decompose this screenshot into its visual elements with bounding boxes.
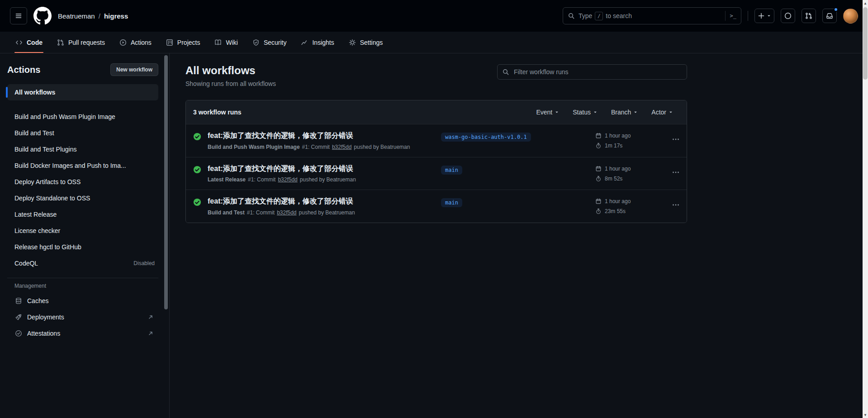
- run-options-kebab-button[interactable]: [663, 131, 679, 143]
- filter-label: Status: [573, 109, 591, 116]
- sidebar-item-all-workflows[interactable]: All workflows: [7, 84, 158, 100]
- notifications-button[interactable]: [822, 9, 837, 23]
- filter-event-dropdown[interactable]: Event: [536, 109, 559, 116]
- success-check-icon: [193, 198, 201, 206]
- sidebar-item-label: Deployments: [27, 314, 64, 321]
- tab-code[interactable]: Code: [10, 32, 48, 53]
- sidebar-item-workflow[interactable]: Release hgctl to GitHub: [7, 239, 158, 255]
- main-title-block: All workflows Showing runs from all work…: [185, 64, 276, 87]
- git-pull-request-icon: [805, 12, 812, 19]
- notification-unread-dot: [834, 7, 838, 12]
- filter-actor-dropdown[interactable]: Actor: [651, 109, 673, 116]
- sidebar-item-deployments[interactable]: Deployments: [7, 309, 158, 325]
- run-title-link[interactable]: feat:添加了查找文件的逻辑，修改了部分错误: [208, 164, 441, 174]
- breadcrumb-repo[interactable]: higress: [104, 12, 128, 20]
- chevron-down-icon: [767, 14, 771, 18]
- global-header: Beatrueman / higress Type / to search >_: [0, 0, 868, 32]
- filter-status-dropdown[interactable]: Status: [573, 109, 598, 116]
- run-started-time: 1 hour ago: [595, 198, 663, 204]
- window-scrollbar-thumb[interactable]: [863, 7, 868, 80]
- run-time-column: 1 hour ago 1m 17s: [595, 131, 663, 149]
- calendar-icon: [595, 133, 602, 139]
- workflow-run-row: feat:添加了查找文件的逻辑，修改了部分错误 Build and Push W…: [186, 124, 687, 157]
- sidebar-item-workflow[interactable]: Deploy Artifacts to OSS: [7, 174, 158, 190]
- filter-label: Actor: [651, 109, 666, 116]
- run-title-link[interactable]: feat:添加了查找文件的逻辑，修改了部分错误: [208, 131, 441, 141]
- main-header: All workflows Showing runs from all work…: [185, 64, 687, 87]
- sidebar-item-workflow[interactable]: Build and Test: [7, 125, 158, 141]
- filter-workflow-runs-input[interactable]: [513, 68, 682, 76]
- sidebar-scrollbar[interactable]: [164, 55, 168, 309]
- run-subtitle: Build and Push Wasm Plugin Image #1: Com…: [208, 144, 441, 150]
- scroll-down-arrow[interactable]: ▼: [863, 412, 868, 418]
- sidebar-item-workflow[interactable]: Deploy Standalone to OSS: [7, 190, 158, 206]
- run-text-block: feat:添加了查找文件的逻辑，修改了部分错误 Build and Test #…: [208, 197, 441, 216]
- filter-branch-dropdown[interactable]: Branch: [611, 109, 638, 116]
- tab-security[interactable]: Security: [247, 32, 292, 53]
- global-search-input[interactable]: Type / to search >_: [563, 7, 741, 24]
- run-subtitle: Latest Release #1: Commit b32f5dd pushed…: [208, 176, 441, 183]
- new-workflow-button[interactable]: New workflow: [110, 63, 158, 76]
- page-title: All workflows: [185, 64, 276, 77]
- sidebar-item-workflow[interactable]: Latest Release: [7, 206, 158, 223]
- workflow-run-row: feat:添加了查找文件的逻辑，修改了部分错误 Latest Release #…: [186, 157, 687, 190]
- run-duration: 23m 55s: [595, 208, 663, 214]
- command-palette-icon[interactable]: >_: [725, 11, 736, 21]
- header-actions: Type / to search >_: [563, 7, 858, 24]
- runs-filters: Event Status Branch Actor: [536, 109, 673, 116]
- rocket-icon: [15, 314, 22, 321]
- run-pushed-by: pushed by Beatrueman: [300, 176, 356, 183]
- workflow-list: Build and Push Wasm Plugin Image Build a…: [6, 109, 159, 271]
- branch-badge[interactable]: main: [441, 166, 462, 175]
- run-options-kebab-button[interactable]: [663, 164, 679, 176]
- run-time-column: 1 hour ago 23m 55s: [595, 197, 663, 214]
- scroll-up-arrow[interactable]: ▲: [863, 0, 868, 6]
- branch-badge[interactable]: wasm-go-basic-auth-v1.0.1: [441, 133, 531, 142]
- tab-wiki[interactable]: Wiki: [209, 32, 243, 53]
- tab-actions[interactable]: Actions: [114, 32, 157, 53]
- run-meta: #1: Commit: [248, 176, 275, 183]
- stopwatch-icon: [595, 176, 602, 182]
- tab-insights[interactable]: Insights: [295, 32, 339, 53]
- commit-link[interactable]: b32f5dd: [277, 209, 296, 216]
- filter-label: Event: [536, 109, 552, 116]
- chevron-down-icon: [593, 110, 598, 114]
- tab-projects[interactable]: Projects: [161, 32, 206, 53]
- run-workflow-name: Build and Push Wasm Plugin Image: [208, 144, 300, 150]
- sidebar-item-workflow[interactable]: Build and Push Wasm Plugin Image: [7, 109, 158, 125]
- run-branch-column: main: [441, 197, 595, 207]
- breadcrumb-owner[interactable]: Beatrueman: [58, 12, 95, 20]
- external-link-arrow-icon: [147, 314, 154, 320]
- sidebar-item-workflow[interactable]: License checker: [7, 223, 158, 239]
- tab-settings[interactable]: Settings: [343, 32, 389, 53]
- runs-count: 3 workflow runs: [193, 109, 242, 116]
- sidebar-item-caches[interactable]: Caches: [7, 293, 158, 309]
- calendar-icon: [595, 198, 602, 204]
- sidebar-item-workflow[interactable]: Build Docker Images and Push to Ima...: [7, 157, 158, 174]
- avatar[interactable]: [843, 9, 858, 24]
- project-table-icon: [166, 39, 173, 46]
- sidebar-item-workflow[interactable]: Build and Test Plugins: [7, 141, 158, 157]
- branch-badge[interactable]: main: [441, 198, 462, 207]
- commit-link[interactable]: b32f5dd: [332, 144, 351, 150]
- run-duration-label: 23m 55s: [605, 208, 626, 214]
- workflow-label: CodeQL: [14, 260, 38, 267]
- hamburger-menu-button[interactable]: [10, 7, 27, 24]
- page-subtitle: Showing runs from all workflows: [185, 80, 276, 87]
- calendar-icon: [595, 166, 602, 172]
- create-new-button[interactable]: [754, 9, 774, 23]
- github-logo[interactable]: [33, 7, 52, 25]
- pull-requests-button[interactable]: [802, 9, 816, 23]
- issues-button[interactable]: [781, 9, 795, 23]
- sidebar-item-attestations[interactable]: Attestations: [7, 325, 158, 342]
- run-options-kebab-button[interactable]: [663, 197, 679, 209]
- tab-pull-requests[interactable]: Pull requests: [52, 32, 110, 53]
- commit-link[interactable]: b32f5dd: [278, 176, 297, 183]
- plus-icon: [758, 12, 765, 19]
- run-title-link[interactable]: feat:添加了查找文件的逻辑，修改了部分错误: [208, 197, 441, 206]
- database-icon: [15, 297, 22, 304]
- sidebar-item-label: All workflows: [14, 89, 55, 96]
- window-scrollbar[interactable]: ▲ ▼: [863, 0, 868, 418]
- sidebar-item-codeql[interactable]: CodeQL Disabled: [7, 255, 158, 271]
- tab-label: Projects: [177, 39, 200, 46]
